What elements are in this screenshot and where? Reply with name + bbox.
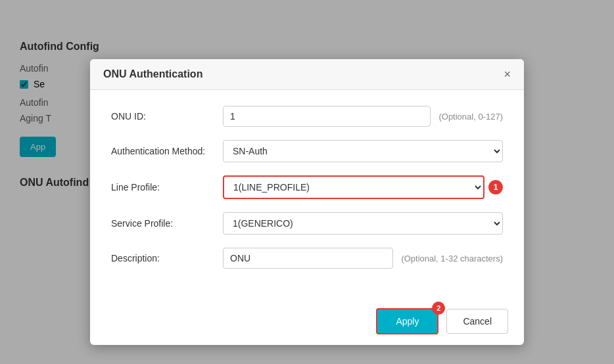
description-input[interactable]: [223, 248, 393, 269]
auth-method-row: Authentication Method: SN-Auth Password-…: [111, 140, 503, 162]
cancel-button[interactable]: Cancel: [446, 309, 508, 334]
description-row: Description: (Optional, 1-32 characters): [111, 248, 503, 269]
service-profile-row: Service Profile: 1(GENERICO) 2(SERVICE2): [111, 212, 503, 235]
close-button[interactable]: ×: [504, 68, 511, 80]
line-profile-row: Line Profile: 1(LINE_PROFILE) 2(PROFILE2…: [111, 175, 503, 199]
onu-id-input[interactable]: [223, 106, 431, 127]
line-profile-label: Line Profile:: [111, 182, 223, 193]
apply-button-wrap: Apply 2: [376, 308, 438, 334]
auth-method-select[interactable]: SN-Auth Password-Auth SN-Password: [223, 140, 503, 162]
onu-id-row: ONU ID: (Optional, 0-127): [111, 106, 503, 127]
line-profile-select[interactable]: 1(LINE_PROFILE) 2(PROFILE2): [223, 175, 484, 199]
badge-1: 1: [488, 180, 503, 194]
onu-auth-dialog: ONU Authentication × ONU ID: (Optional, …: [90, 59, 524, 345]
description-hint: (Optional, 1-32 characters): [401, 254, 503, 263]
apply-button[interactable]: Apply: [376, 308, 438, 334]
onu-id-label: ONU ID:: [111, 111, 223, 122]
onu-id-hint: (Optional, 0-127): [438, 112, 503, 122]
dialog-footer: Apply 2 Cancel: [90, 298, 524, 345]
modal-overlay: ONU Authentication × ONU ID: (Optional, …: [0, 0, 614, 364]
dialog-title: ONU Authentication: [103, 68, 202, 80]
dialog-body: ONU ID: (Optional, 0-127) Authentication…: [90, 90, 524, 298]
service-profile-label: Service Profile:: [111, 218, 223, 229]
badge-2: 2: [432, 302, 445, 315]
dialog-header: ONU Authentication ×: [90, 59, 524, 90]
service-profile-select[interactable]: 1(GENERICO) 2(SERVICE2): [223, 212, 503, 235]
auth-method-label: Authentication Method:: [111, 146, 223, 156]
description-label: Description:: [111, 253, 223, 263]
